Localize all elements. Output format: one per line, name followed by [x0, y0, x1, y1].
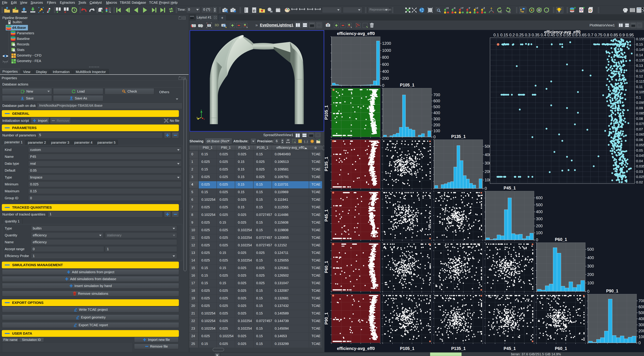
svg-text:efficiency-avg_eff0: efficiency-avg_eff0 — [544, 30, 580, 34]
svg-text:0: 0 — [485, 186, 487, 191]
svg-text:0.125: 0.125 — [636, 69, 644, 73]
svg-text:700: 700 — [638, 298, 644, 303]
svg-text:0.145: 0.145 — [636, 48, 644, 52]
svg-text:400: 400 — [382, 69, 389, 74]
svg-text:0: 0 — [433, 135, 436, 139]
svg-text:+Z: +Z — [475, 7, 478, 10]
svg-text:0: 0 — [587, 289, 589, 294]
svg-text:0.9: 0.9 — [619, 33, 625, 37]
svg-text:200: 200 — [587, 272, 594, 277]
svg-text:{...}: {...} — [304, 140, 308, 143]
svg-text:0.03: 0.03 — [636, 170, 643, 173]
svg-text:200: 200 — [536, 224, 543, 228]
svg-text:P135_1: P135_1 — [451, 134, 466, 139]
svg-text:P135_1: P135_1 — [451, 346, 466, 351]
svg-text:z: z — [201, 109, 202, 111]
svg-text:0.3: 0.3 — [525, 33, 530, 37]
svg-text:P60_1: P60_1 — [555, 346, 567, 351]
svg-text:P90_1: P90_1 — [324, 312, 329, 324]
svg-text:0.09: 0.09 — [636, 106, 643, 110]
svg-text:100: 100 — [433, 129, 440, 133]
svg-text:0.11: 0.11 — [636, 85, 643, 89]
svg-text:100: 100 — [638, 334, 644, 339]
svg-text:0: 0 — [382, 83, 384, 88]
svg-text:y: y — [196, 116, 198, 119]
svg-text:0.35: 0.35 — [532, 33, 540, 37]
svg-text:400: 400 — [587, 255, 594, 260]
svg-text:0.1: 0.1 — [636, 95, 641, 99]
svg-text:-90: -90 — [507, 11, 511, 14]
svg-text:0: 0 — [536, 238, 538, 242]
svg-text:0.155: 0.155 — [636, 37, 644, 41]
svg-text:1200: 1200 — [382, 41, 391, 46]
svg-text:?: ? — [279, 8, 280, 12]
svg-text:efficiency-avg_eff0: efficiency-avg_eff0 — [337, 346, 375, 351]
svg-text:200: 200 — [638, 328, 644, 333]
svg-text:0.085: 0.085 — [636, 111, 644, 115]
svg-text:0.06: 0.06 — [636, 138, 643, 142]
svg-text:0.25: 0.25 — [516, 33, 524, 37]
svg-text:0.025: 0.025 — [636, 175, 644, 179]
svg-text:400: 400 — [638, 316, 644, 321]
svg-text:0.04: 0.04 — [636, 159, 643, 163]
svg-text:0.08: 0.08 — [636, 117, 643, 121]
svg-text:0.7: 0.7 — [588, 33, 593, 37]
svg-text:0.02: 0.02 — [636, 180, 643, 184]
svg-text:100: 100 — [587, 281, 594, 285]
svg-text:0.15: 0.15 — [636, 42, 643, 46]
svg-text:-Y: -Y — [468, 7, 470, 10]
svg-text:0: 0 — [638, 340, 641, 345]
svg-text:P45_1: P45_1 — [504, 346, 516, 351]
svg-text:0.115: 0.115 — [636, 79, 644, 83]
svg-text:P60_1: P60_1 — [555, 237, 567, 242]
svg-text:P135_1: P135_1 — [324, 157, 329, 171]
svg-text:P45_1: P45_1 — [324, 209, 329, 222]
svg-text:P90_1: P90_1 — [606, 288, 618, 293]
svg-text:0.12: 0.12 — [636, 74, 643, 78]
svg-text:.10: .10 — [286, 139, 289, 141]
svg-text:P105_1: P105_1 — [400, 346, 414, 351]
svg-text:0.1: 0.1 — [494, 33, 499, 37]
svg-text:0.065: 0.065 — [636, 132, 644, 136]
svg-text:0.075: 0.075 — [636, 122, 644, 126]
svg-text:400: 400 — [433, 111, 440, 115]
svg-text:300: 300 — [433, 117, 440, 121]
svg-text:100: 100 — [536, 230, 543, 235]
svg-text:300: 300 — [638, 322, 644, 327]
svg-text:0.07: 0.07 — [636, 127, 643, 131]
svg-text:0.045: 0.045 — [636, 154, 644, 157]
svg-text:P105_1: P105_1 — [324, 105, 329, 120]
svg-text:0.75: 0.75 — [594, 33, 602, 37]
svg-text:700: 700 — [433, 93, 440, 97]
svg-text:-Z: -Z — [482, 7, 485, 10]
svg-text:0.2: 0.2 — [509, 33, 515, 37]
svg-text:200: 200 — [382, 76, 389, 81]
svg-text:0.105: 0.105 — [636, 90, 644, 94]
svg-text:600: 600 — [536, 195, 543, 200]
svg-text:P45_1: P45_1 — [504, 186, 516, 190]
svg-text:1000: 1000 — [382, 48, 391, 53]
svg-text:0.13: 0.13 — [636, 64, 643, 68]
svg-text:0.05: 0.05 — [636, 148, 643, 152]
svg-text:+Y: +Y — [460, 7, 464, 10]
svg-text:+X: +X — [446, 7, 449, 10]
svg-text:0.14: 0.14 — [636, 53, 643, 57]
svg-text:500: 500 — [587, 247, 594, 251]
svg-text:200: 200 — [433, 123, 440, 127]
svg-text:0.15: 0.15 — [500, 33, 508, 37]
svg-text:0.095: 0.095 — [636, 101, 644, 105]
svg-text:600: 600 — [638, 304, 644, 309]
svg-text:0.95: 0.95 — [626, 33, 634, 37]
svg-text:e: e — [253, 8, 256, 13]
svg-text:500: 500 — [638, 310, 644, 315]
svg-text:600: 600 — [433, 99, 440, 103]
svg-text:efficiency-avg_eff0: efficiency-avg_eff0 — [337, 31, 375, 36]
svg-text:500: 500 — [433, 105, 440, 109]
svg-text:400: 400 — [536, 209, 543, 214]
svg-text:-X: -X — [453, 7, 456, 10]
svg-text:0.85: 0.85 — [610, 33, 618, 37]
svg-text:+90: +90 — [498, 11, 502, 14]
svg-text:0.135: 0.135 — [636, 58, 644, 62]
svg-text:0.8: 0.8 — [604, 33, 609, 37]
svg-text:800: 800 — [382, 55, 389, 60]
